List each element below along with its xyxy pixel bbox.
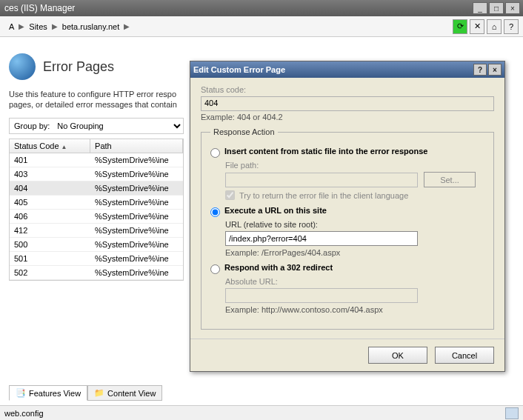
table-row[interactable]: 500%SystemDrive%\ine	[10, 238, 183, 252]
status-code-field: 404	[201, 96, 494, 111]
close-button[interactable]: ×	[505, 2, 520, 14]
group-by-select[interactable]: No Grouping	[54, 119, 183, 133]
absolute-url-example: Example: http://www.contoso.com/404.aspx	[225, 305, 484, 314]
sort-asc-icon: ▲	[61, 144, 67, 150]
col-status-code[interactable]: Status Code▲	[10, 139, 90, 153]
chevron-right-icon: ▶	[124, 22, 130, 30]
home-icon[interactable]: ⌂	[487, 19, 502, 34]
cell-path: %SystemDrive%\ine	[90, 238, 183, 251]
table-row[interactable]: 404%SystemDrive%\ine	[10, 181, 183, 196]
refresh-icon[interactable]: ⟳	[453, 19, 467, 34]
response-action-group: Response Action Insert content from stat…	[201, 127, 494, 330]
cell-path: %SystemDrive%\ine	[90, 210, 183, 223]
dialog-title: Edit Custom Error Page	[193, 65, 472, 74]
table-row[interactable]: 406%SystemDrive%\ine	[10, 210, 183, 224]
group-by-row: Group by: No Grouping	[9, 118, 184, 134]
grid-header: Status Code▲ Path	[10, 139, 183, 153]
opt-static-label: Insert content from static file into the…	[224, 147, 427, 156]
ok-button[interactable]: OK	[368, 347, 427, 364]
absolute-url-input	[225, 288, 418, 303]
cell-status-code: 501	[10, 252, 90, 265]
chevron-right-icon: ▶	[19, 22, 24, 30]
cell-status-code: 405	[10, 196, 90, 209]
status-code-example: Example: 404 or 404.2	[201, 113, 494, 121]
cell-path: %SystemDrive%\ine	[90, 252, 183, 265]
stop-icon[interactable]: ✕	[470, 19, 484, 34]
table-row[interactable]: 501%SystemDrive%\ine	[10, 252, 183, 266]
status-icon	[505, 407, 519, 419]
cell-path: %SystemDrive%\ine	[90, 196, 183, 209]
breadcrumb: A ▶ Sites ▶ beta.ruslany.net ▶ ⟳ ✕ ⌂ ?	[0, 16, 523, 37]
cancel-button[interactable]: Cancel	[435, 347, 494, 364]
cell-path: %SystemDrive%\ine	[90, 181, 183, 195]
error-pages-icon	[9, 53, 36, 80]
page-description: Use this feature to configure HTTP error…	[9, 89, 184, 110]
tab-features-view[interactable]: 📑 Features View	[9, 385, 87, 401]
features-icon: 📑	[16, 388, 26, 398]
opt-redirect-label: Respond with a 302 redirect	[224, 263, 333, 272]
crumb-sites[interactable]: Sites	[24, 22, 51, 31]
maximize-button[interactable]: □	[489, 2, 504, 14]
url-label: URL (relative to site root):	[225, 220, 484, 229]
window-titlebar: ces (IIS) Manager _ □ ×	[0, 0, 523, 16]
group-by-label: Group by:	[10, 119, 54, 133]
client-language-label: Try to return the error file in the clie…	[239, 191, 408, 200]
url-example: Example: /ErrorPages/404.aspx	[225, 248, 484, 257]
opt-execute-label: Execute a URL on this site	[224, 206, 327, 215]
client-language-checkbox	[225, 190, 235, 200]
status-bar: web.config	[0, 405, 523, 420]
help-icon[interactable]: ?	[504, 19, 519, 34]
cell-path: %SystemDrive%\ine	[90, 153, 183, 167]
table-row[interactable]: 502%SystemDrive%\ine	[10, 266, 183, 280]
window-title: ces (IIS) Manager	[3, 3, 471, 13]
cell-status-code: 403	[10, 167, 90, 181]
url-input[interactable]	[225, 231, 418, 246]
table-row[interactable]: 401%SystemDrive%\ine	[10, 153, 183, 167]
content-icon: 📁	[94, 388, 104, 398]
dialog-help-button[interactable]: ?	[473, 64, 487, 76]
view-tabs: 📑 Features View 📁 Content View	[9, 385, 162, 401]
radio-static-file[interactable]	[210, 148, 220, 158]
table-row[interactable]: 405%SystemDrive%\ine	[10, 196, 183, 210]
status-code-label: Status code:	[201, 85, 494, 94]
cell-path: %SystemDrive%\ine	[90, 266, 183, 279]
crumb-site[interactable]: beta.ruslany.net	[58, 22, 124, 31]
cell-status-code: 406	[10, 210, 90, 223]
cell-status-code: 500	[10, 238, 90, 251]
table-row[interactable]: 403%SystemDrive%\ine	[10, 167, 183, 181]
cell-status-code: 404	[10, 181, 90, 195]
col-path[interactable]: Path	[90, 139, 183, 153]
dialog-titlebar: Edit Custom Error Page ? ×	[190, 61, 504, 78]
cell-path: %SystemDrive%\ine	[90, 224, 183, 237]
tab-content-view[interactable]: 📁 Content View	[87, 385, 162, 401]
chevron-right-icon: ▶	[52, 22, 58, 30]
crumb-root[interactable]: A	[4, 22, 19, 31]
dialog-close-button[interactable]: ×	[488, 64, 502, 76]
cell-status-code: 502	[10, 266, 90, 279]
set-button: Set...	[424, 172, 476, 187]
file-path-label: File path:	[225, 161, 484, 170]
cell-path: %SystemDrive%\ine	[90, 167, 183, 181]
table-row[interactable]: 412%SystemDrive%\ine	[10, 224, 183, 238]
cell-status-code: 401	[10, 153, 90, 167]
file-path-input	[225, 173, 418, 187]
radio-redirect[interactable]	[210, 264, 220, 274]
edit-error-page-dialog: Edit Custom Error Page ? × Status code: …	[190, 61, 505, 372]
error-pages-grid: Status Code▲ Path 401%SystemDrive%\ine40…	[9, 139, 184, 281]
absolute-url-label: Absolute URL:	[225, 277, 484, 286]
status-config-file: web.config	[4, 409, 44, 418]
minimize-button[interactable]: _	[473, 2, 487, 14]
page-title: Error Pages	[43, 59, 114, 75]
response-action-legend: Response Action	[210, 127, 278, 136]
radio-execute-url[interactable]	[210, 207, 220, 217]
cell-status-code: 412	[10, 224, 90, 237]
main-panel: Error Pages Use this feature to configur…	[9, 53, 184, 281]
